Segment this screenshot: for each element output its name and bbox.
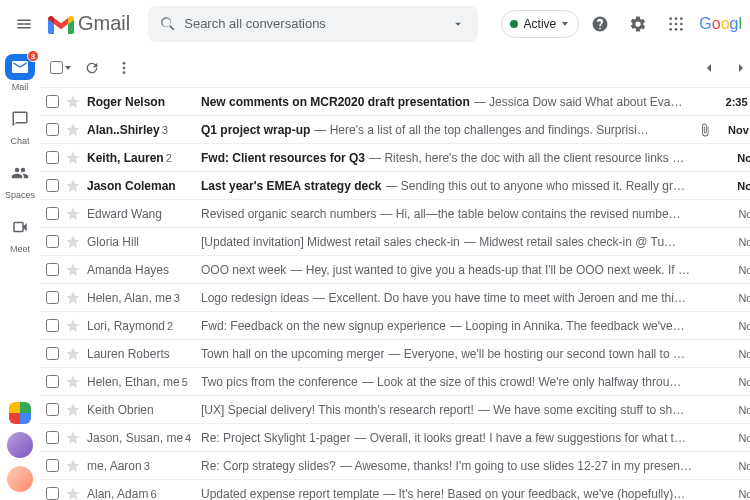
apps-icon[interactable] [659, 7, 693, 41]
mail-row[interactable]: Alan, Adam6 Updated expense report templ… [40, 480, 750, 500]
mail-row[interactable]: Helen, Ethan, me5 Two pics from the conf… [40, 368, 750, 396]
star-icon[interactable] [65, 150, 81, 166]
row-checkbox[interactable] [46, 291, 59, 304]
star-icon[interactable] [65, 430, 81, 446]
mail-icon: 3 [5, 54, 35, 80]
row-sender: Lori, Raymond2 [87, 319, 195, 333]
row-checkbox[interactable] [46, 179, 59, 192]
row-date: Nov 1 [718, 124, 750, 136]
star-icon[interactable] [65, 346, 81, 362]
row-checkbox[interactable] [46, 459, 59, 472]
newer-icon[interactable] [694, 53, 724, 83]
rail-avatar[interactable] [7, 466, 33, 492]
row-snippet: Awesome, thanks! I'm going to use slides… [340, 459, 692, 473]
google-logo[interactable]: Googl [699, 15, 742, 33]
chevron-down-icon [65, 66, 71, 70]
mail-row[interactable]: Gloria Hill [Updated invitation] Midwest… [40, 228, 750, 256]
rail-label: Mail [12, 82, 29, 92]
row-subject: [UX] Special delivery! This month's rese… [201, 403, 474, 417]
row-checkbox[interactable] [46, 375, 59, 388]
mail-row[interactable]: Edward Wang Revised organic search numbe… [40, 200, 750, 228]
row-snippet: Excellent. Do have you have time to meet… [313, 291, 686, 305]
row-sender: Jason, Susan, me4 [87, 431, 195, 445]
row-checkbox[interactable] [46, 431, 59, 444]
row-date: Nov [718, 320, 750, 332]
menu-icon[interactable] [4, 4, 44, 44]
row-checkbox[interactable] [46, 235, 59, 248]
star-icon[interactable] [65, 178, 81, 194]
row-checkbox[interactable] [46, 263, 59, 276]
row-snippet: Overall, it looks great! I have a few su… [354, 431, 686, 445]
list-toolbar [40, 48, 750, 88]
mail-row[interactable]: Jason, Susan, me4 Re: Project Skylight 1… [40, 424, 750, 452]
row-checkbox[interactable] [46, 151, 59, 164]
svg-point-10 [123, 66, 126, 69]
star-icon[interactable] [65, 94, 81, 110]
row-content: Town hall on the upcoming merger Everyon… [201, 347, 692, 361]
star-icon[interactable] [65, 262, 81, 278]
row-checkbox[interactable] [46, 347, 59, 360]
search-icon[interactable] [152, 8, 184, 40]
row-checkbox[interactable] [46, 487, 59, 500]
older-icon[interactable] [726, 53, 750, 83]
mail-row[interactable]: Alan..Shirley3 Q1 project wrap-up Here's… [40, 116, 750, 144]
star-icon[interactable] [65, 290, 81, 306]
row-subject: Q1 project wrap-up [201, 123, 310, 137]
rail-item-spaces[interactable]: Spaces [0, 158, 40, 200]
row-date: Nov [718, 292, 750, 304]
row-sender: Amanda Hayes [87, 263, 195, 277]
status-chip[interactable]: Active [501, 10, 580, 38]
mail-row[interactable]: Roger Nelson New comments on MCR2020 dra… [40, 88, 750, 116]
star-icon[interactable] [65, 206, 81, 222]
search-options-icon[interactable] [442, 8, 474, 40]
star-icon[interactable] [65, 458, 81, 474]
row-checkbox[interactable] [46, 95, 59, 108]
star-icon[interactable] [65, 234, 81, 250]
refresh-icon[interactable] [77, 53, 107, 83]
row-date: Nov [718, 208, 750, 220]
row-sender: Keith Obrien [87, 403, 195, 417]
mail-row[interactable]: Lori, Raymond2 Fwd: Feedback on the new … [40, 312, 750, 340]
row-content: Fwd: Client resources for Q3 Ritesh, her… [201, 151, 692, 165]
rail-avatar[interactable] [7, 432, 33, 458]
gmail-logo[interactable]: Gmail [48, 12, 130, 35]
svg-point-6 [670, 28, 673, 31]
more-icon[interactable] [109, 53, 139, 83]
row-checkbox[interactable] [46, 403, 59, 416]
mail-row[interactable]: Jason Coleman Last year's EMEA strategy … [40, 172, 750, 200]
row-snippet: Hey, just wanted to give you a heads-up … [290, 263, 690, 277]
support-icon[interactable] [583, 7, 617, 41]
row-checkbox[interactable] [46, 123, 59, 136]
select-all-checkbox[interactable] [46, 57, 75, 78]
row-content: Re: Project Skylight 1-pager Overall, it… [201, 431, 692, 445]
rail-group-avatar[interactable] [9, 402, 31, 424]
mail-row[interactable]: Keith Obrien [UX] Special delivery! This… [40, 396, 750, 424]
row-checkbox[interactable] [46, 319, 59, 332]
mail-row[interactable]: Helen, Alan, me3 Logo redesign ideas Exc… [40, 284, 750, 312]
search-input[interactable] [184, 6, 442, 42]
row-snippet: It's here! Based on your feedback, we've… [383, 487, 685, 501]
rail-item-mail[interactable]: 3 Mail [0, 54, 40, 92]
star-icon[interactable] [65, 374, 81, 390]
attachment-icon [698, 123, 712, 137]
row-date: Nov [718, 236, 750, 248]
row-checkbox[interactable] [46, 207, 59, 220]
settings-icon[interactable] [621, 7, 655, 41]
star-icon[interactable] [65, 122, 81, 138]
row-subject: Town hall on the upcoming merger [201, 347, 384, 361]
mail-row[interactable]: Keith, Lauren2 Fwd: Client resources for… [40, 144, 750, 172]
row-content: New comments on MCR2020 draft presentati… [201, 95, 692, 109]
row-date: Nov [718, 376, 750, 388]
star-icon[interactable] [65, 402, 81, 418]
star-icon[interactable] [65, 486, 81, 501]
rail-item-chat[interactable]: Chat [0, 104, 40, 146]
star-icon[interactable] [65, 318, 81, 334]
mail-row[interactable]: Amanda Hayes OOO next week Hey, just wan… [40, 256, 750, 284]
rail-item-meet[interactable]: Meet [0, 212, 40, 254]
mail-row[interactable]: me, Aaron3 Re: Corp strategy slides? Awe… [40, 452, 750, 480]
mail-row[interactable]: Lauren Roberts Town hall on the upcoming… [40, 340, 750, 368]
row-subject: [Updated invitation] Midwest retail sale… [201, 235, 460, 249]
row-snippet: Looping in Annika. The feedback we've… [450, 319, 685, 333]
row-date: Nov [718, 180, 750, 192]
product-name: Gmail [78, 12, 130, 35]
